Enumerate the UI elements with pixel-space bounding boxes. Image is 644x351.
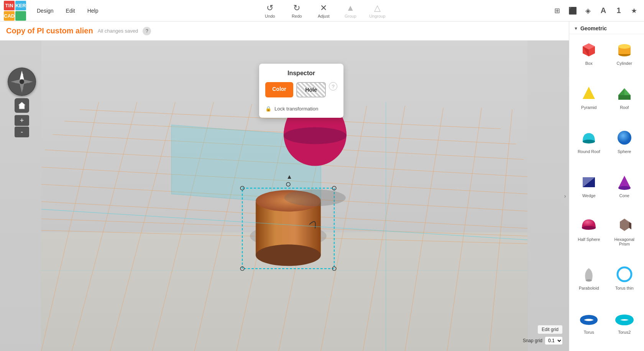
shape-cone[interactable]: Cone (607, 169, 642, 212)
nav-menu: Design Edit Help (31, 5, 104, 16)
hole-button[interactable]: Hole (296, 82, 326, 97)
svg-point-47 (20, 79, 24, 84)
shapes-grid: Box Cylinder Pyramid (569, 34, 644, 351)
cone-label: Cone (619, 193, 629, 198)
svg-marker-59 (583, 87, 595, 99)
color-button[interactable]: Color (265, 82, 293, 97)
round-roof-icon (579, 128, 599, 148)
help-button[interactable]: ? (143, 27, 151, 35)
lock-transform[interactable]: 🔒 Lock transformation (265, 106, 337, 112)
right-panel: ▼ Geometric Box Cylinder (569, 21, 644, 351)
inspector-panel: Inspector Color Hole ? 🔒 Lock transforma… (259, 64, 343, 118)
ungroup-button[interactable]: △ Ungroup (368, 3, 387, 18)
inspector-help-button[interactable]: ? (329, 82, 337, 91)
sphere-label: Sphere (618, 149, 631, 154)
compass[interactable]: ▲ ▼ ◄ ► (8, 68, 36, 96)
nav-edit[interactable]: Edit (61, 5, 80, 16)
paraboloid-label: Paraboloid (579, 286, 599, 290)
home-button[interactable] (15, 98, 29, 113)
svg-marker-73 (629, 222, 631, 229)
adjust-icon: ✕ (320, 3, 327, 13)
wireframe-btn[interactable]: ◈ (582, 5, 594, 17)
svg-point-70 (582, 226, 596, 230)
edit-grid-button[interactable]: Edit grid (537, 325, 563, 334)
shape-torus[interactable]: Torus (572, 305, 606, 349)
panel-title: Geometric (580, 25, 607, 31)
group-button[interactable]: ▲ Group (341, 3, 360, 18)
svg-point-64 (583, 140, 595, 143)
shape-cylinder[interactable]: Cylinder (607, 36, 642, 80)
logo-tin: TIN (4, 1, 15, 10)
cone-icon (614, 172, 634, 192)
svg-point-78 (618, 317, 631, 323)
topbar: TIN KER CAD Design Edit Help ↺ Undo ↻ Re… (0, 0, 644, 21)
bottom-controls: Edit grid Snap grid 0.1 0.5 1 (523, 325, 563, 345)
grid-view-btn[interactable]: ⊞ (551, 5, 564, 17)
svg-point-76 (618, 267, 631, 281)
svg-point-38 (284, 127, 347, 144)
hexagonal-prism-label: Hexagonal Prism (609, 237, 641, 246)
shape-torus2[interactable]: Torus2 (607, 305, 642, 349)
torus-icon (579, 308, 599, 328)
svg-point-75 (586, 279, 592, 282)
torus2-label: Torus2 (618, 330, 631, 335)
shape-box[interactable]: Box (572, 36, 606, 80)
collapse-panel-button[interactable]: › (561, 188, 569, 204)
half-sphere-label: Half Sphere (578, 237, 600, 242)
svg-point-58 (618, 44, 631, 49)
sphere-icon (614, 128, 634, 148)
shape-round-roof[interactable]: Round Roof (572, 125, 606, 168)
redo-button[interactable]: ↻ Redo (287, 3, 306, 18)
shape-pyramid[interactable]: Pyramid (572, 81, 606, 124)
text-btn[interactable]: A (597, 5, 610, 17)
torus-thin-label: Torus thin (615, 286, 634, 290)
hexagonal-prism-icon (614, 216, 634, 236)
torus-label: Torus (584, 330, 594, 335)
wedge-label: Wedge (582, 193, 596, 198)
svg-text:▲: ▲ (286, 173, 292, 180)
project-bar: Copy of PI custom alien All changes save… (0, 21, 569, 41)
zoom-in-button[interactable]: + (15, 115, 29, 126)
logo-c: CAD (4, 11, 15, 21)
nav-help[interactable]: Help (82, 5, 104, 16)
svg-point-25 (256, 244, 321, 266)
svg-marker-52 (18, 102, 25, 109)
zoom-controls: + - (15, 115, 29, 137)
viewport[interactable]: ▲ (0, 41, 569, 351)
svg-point-34 (284, 190, 346, 206)
nav-design[interactable]: Design (31, 5, 59, 16)
svg-text:◄: ◄ (13, 80, 17, 84)
panel-header: ▼ Geometric (569, 21, 644, 34)
project-title[interactable]: Copy of PI custom alien (6, 26, 93, 35)
star-btn[interactable]: ★ (628, 5, 640, 17)
save-status: All changes saved (98, 28, 138, 34)
zoom-out-button[interactable]: - (15, 127, 29, 137)
torus2-icon (614, 308, 634, 328)
undo-label: Undo (265, 14, 275, 18)
svg-point-77 (582, 317, 596, 323)
paraboloid-icon (579, 264, 599, 284)
ungroup-label: Ungroup (369, 14, 385, 18)
logo-a (15, 11, 26, 21)
shape-half-sphere[interactable]: Half Sphere (572, 213, 606, 260)
3d-view-btn[interactable]: ⬛ (567, 5, 579, 17)
pyramid-icon (579, 84, 599, 104)
svg-marker-62 (618, 88, 624, 95)
shape-sphere[interactable]: Sphere (607, 125, 642, 168)
shape-wedge[interactable]: Wedge (572, 169, 606, 212)
undo-button[interactable]: ↺ Undo (260, 3, 279, 18)
toolbar-right: ⊞ ⬛ ◈ A 1 ★ (551, 5, 640, 17)
snap-grid-select[interactable]: 0.1 0.5 1 (545, 336, 563, 345)
adjust-button[interactable]: ✕ Adjust (314, 3, 333, 18)
canvas-area[interactable]: Copy of PI custom alien All changes save… (0, 21, 569, 351)
number-btn[interactable]: 1 (613, 5, 625, 17)
snap-row: Snap grid 0.1 0.5 1 (523, 336, 563, 345)
shape-hexagonal-prism[interactable]: Hexagonal Prism (607, 213, 642, 260)
logo[interactable]: TIN KER CAD (4, 1, 24, 21)
adjust-label: Adjust (318, 14, 330, 18)
shape-roof[interactable]: Roof (607, 81, 642, 124)
shape-torus-thin[interactable]: Torus thin (607, 261, 642, 305)
main-area: Copy of PI custom alien All changes save… (0, 21, 644, 351)
shape-paraboloid[interactable]: Paraboloid (572, 261, 606, 305)
ungroup-icon: △ (374, 3, 381, 13)
